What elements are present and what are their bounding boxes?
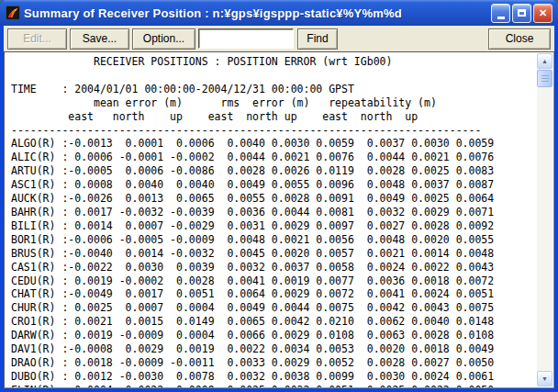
find-input[interactable] xyxy=(198,28,294,49)
maximize-icon xyxy=(518,9,526,17)
close-button[interactable]: Close xyxy=(488,28,551,50)
scroll-up-button[interactable]: ▲ xyxy=(537,53,552,69)
edit-button: Edit... xyxy=(7,28,67,50)
maximize-button[interactable] xyxy=(512,4,531,23)
close-icon: ✕ xyxy=(539,8,547,18)
report-text: RECEIVER POSITIONS : POSITION ERROR (wrt… xyxy=(5,52,553,387)
save-button[interactable]: Save... xyxy=(70,28,129,50)
toolbar: Edit... Save... Option... Find Close xyxy=(4,26,554,51)
close-window-button[interactable]: ✕ xyxy=(533,4,552,23)
minimize-button[interactable] xyxy=(491,4,510,23)
window-title: Summary of Receiver Position : n:¥gps¥ig… xyxy=(24,6,491,20)
thumb-grip-icon xyxy=(541,75,549,82)
titlebar[interactable]: Summary of Receiver Position : n:¥gps¥ig… xyxy=(0,0,558,26)
scrollbar-thumb[interactable] xyxy=(537,70,552,87)
app-flame-icon xyxy=(6,6,20,20)
report-view: RECEIVER POSITIONS : POSITION ERROR (wrt… xyxy=(4,51,554,388)
minimize-icon xyxy=(497,17,505,19)
scrollbar-track[interactable] xyxy=(537,87,552,371)
window-controls: ✕ xyxy=(491,4,552,23)
vertical-scrollbar[interactable]: ▲ ▼ xyxy=(537,53,552,386)
summary-window: Summary of Receiver Position : n:¥gps¥ig… xyxy=(0,0,558,392)
scroll-down-button[interactable]: ▼ xyxy=(537,371,552,386)
find-button[interactable]: Find xyxy=(297,28,338,50)
option-button[interactable]: Option... xyxy=(132,28,195,50)
